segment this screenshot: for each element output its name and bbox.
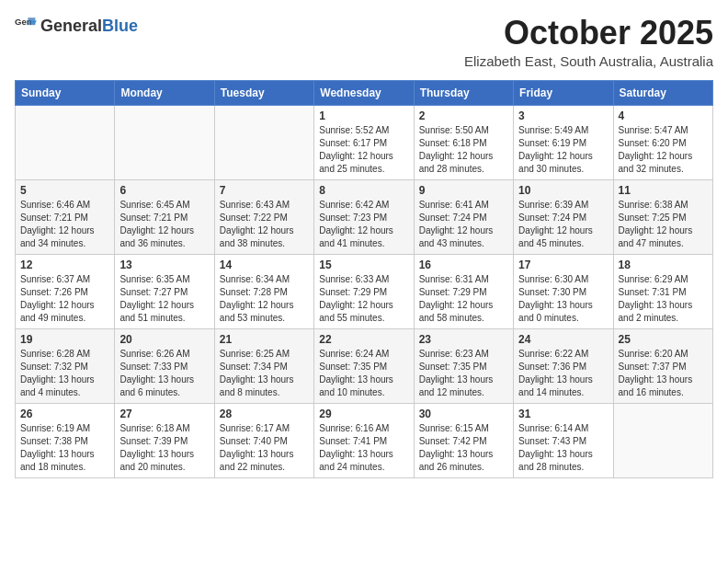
calendar-cell: 24Sunrise: 6:22 AM Sunset: 7:36 PM Dayli… xyxy=(514,328,613,403)
day-number: 18 xyxy=(619,259,708,271)
cell-details: Sunrise: 6:30 AM Sunset: 7:30 PM Dayligh… xyxy=(518,273,608,325)
calendar-cell: 10Sunrise: 6:39 AM Sunset: 7:24 PM Dayli… xyxy=(514,179,613,254)
cell-details: Sunrise: 6:22 AM Sunset: 7:36 PM Dayligh… xyxy=(518,348,608,399)
day-number: 29 xyxy=(319,408,408,420)
cell-details: Sunrise: 6:20 AM Sunset: 7:37 PM Dayligh… xyxy=(619,348,708,399)
day-number: 28 xyxy=(220,408,309,420)
day-number: 1 xyxy=(319,109,408,122)
cell-details: Sunrise: 6:33 AM Sunset: 7:29 PM Dayligh… xyxy=(319,273,408,325)
day-number: 9 xyxy=(419,184,508,197)
day-number: 12 xyxy=(20,259,109,271)
logo-text-blue: Blue xyxy=(102,17,138,35)
cell-details: Sunrise: 6:17 AM Sunset: 7:40 PM Dayligh… xyxy=(220,422,309,474)
calendar-week-row: 26Sunrise: 6:19 AM Sunset: 7:38 PM Dayli… xyxy=(16,403,713,477)
day-number: 19 xyxy=(20,333,109,346)
day-header-saturday: Saturday xyxy=(613,80,712,105)
calendar-cell: 16Sunrise: 6:31 AM Sunset: 7:29 PM Dayli… xyxy=(414,254,513,328)
location-title: Elizabeth East, South Australia, Austral… xyxy=(464,53,713,69)
calendar-header-row: SundayMondayTuesdayWednesdayThursdayFrid… xyxy=(16,80,713,105)
day-number: 14 xyxy=(220,259,309,271)
calendar-cell: 12Sunrise: 6:37 AM Sunset: 7:26 PM Dayli… xyxy=(16,254,115,328)
calendar-cell: 18Sunrise: 6:29 AM Sunset: 7:31 PM Dayli… xyxy=(613,254,712,328)
calendar-cell: 27Sunrise: 6:18 AM Sunset: 7:39 PM Dayli… xyxy=(115,403,214,477)
calendar-cell: 30Sunrise: 6:15 AM Sunset: 7:42 PM Dayli… xyxy=(414,403,513,477)
day-number: 4 xyxy=(619,109,708,122)
day-number: 5 xyxy=(20,184,109,197)
day-number: 11 xyxy=(619,184,708,197)
calendar-cell xyxy=(613,403,712,477)
logo: Gen GeneralBlue xyxy=(15,15,138,37)
cell-details: Sunrise: 6:39 AM Sunset: 7:24 PM Dayligh… xyxy=(518,199,608,250)
cell-details: Sunrise: 6:14 AM Sunset: 7:43 PM Dayligh… xyxy=(518,422,608,474)
cell-details: Sunrise: 6:26 AM Sunset: 7:33 PM Dayligh… xyxy=(119,348,209,399)
day-number: 27 xyxy=(119,408,209,420)
calendar-week-row: 19Sunrise: 6:28 AM Sunset: 7:32 PM Dayli… xyxy=(16,328,713,403)
day-number: 20 xyxy=(119,333,209,346)
month-title: October 2025 xyxy=(464,15,713,52)
calendar-cell: 5Sunrise: 6:46 AM Sunset: 7:21 PM Daylig… xyxy=(16,179,115,254)
calendar-cell xyxy=(115,105,214,179)
calendar-week-row: 1Sunrise: 5:52 AM Sunset: 6:17 PM Daylig… xyxy=(16,105,713,179)
calendar-cell: 8Sunrise: 6:42 AM Sunset: 7:23 PM Daylig… xyxy=(314,179,414,254)
calendar-cell: 9Sunrise: 6:41 AM Sunset: 7:24 PM Daylig… xyxy=(414,179,513,254)
day-number: 26 xyxy=(20,408,109,420)
calendar-cell: 4Sunrise: 5:47 AM Sunset: 6:20 PM Daylig… xyxy=(613,105,712,179)
calendar-table: SundayMondayTuesdayWednesdayThursdayFrid… xyxy=(15,80,713,478)
calendar-cell: 13Sunrise: 6:35 AM Sunset: 7:27 PM Dayli… xyxy=(115,254,214,328)
cell-details: Sunrise: 6:23 AM Sunset: 7:35 PM Dayligh… xyxy=(419,348,508,399)
day-number: 16 xyxy=(419,259,508,271)
logo-text-general: General xyxy=(40,17,102,35)
calendar-cell: 2Sunrise: 5:50 AM Sunset: 6:18 PM Daylig… xyxy=(414,105,513,179)
calendar-cell: 25Sunrise: 6:20 AM Sunset: 7:37 PM Dayli… xyxy=(613,328,712,403)
cell-details: Sunrise: 5:52 AM Sunset: 6:17 PM Dayligh… xyxy=(319,124,408,176)
cell-details: Sunrise: 6:19 AM Sunset: 7:38 PM Dayligh… xyxy=(20,422,109,474)
cell-details: Sunrise: 5:49 AM Sunset: 6:19 PM Dayligh… xyxy=(518,124,608,176)
logo-icon: Gen xyxy=(15,15,37,37)
day-number: 8 xyxy=(319,184,408,197)
cell-details: Sunrise: 6:38 AM Sunset: 7:25 PM Dayligh… xyxy=(619,199,708,250)
cell-details: Sunrise: 6:31 AM Sunset: 7:29 PM Dayligh… xyxy=(419,273,508,325)
day-number: 22 xyxy=(319,333,408,346)
cell-details: Sunrise: 6:25 AM Sunset: 7:34 PM Dayligh… xyxy=(220,348,309,399)
cell-details: Sunrise: 6:34 AM Sunset: 7:28 PM Dayligh… xyxy=(220,273,309,325)
page-header: Gen GeneralBlue October 2025 Elizabeth E… xyxy=(15,15,713,69)
cell-details: Sunrise: 6:43 AM Sunset: 7:22 PM Dayligh… xyxy=(220,199,309,250)
cell-details: Sunrise: 6:37 AM Sunset: 7:26 PM Dayligh… xyxy=(20,273,109,325)
calendar-week-row: 5Sunrise: 6:46 AM Sunset: 7:21 PM Daylig… xyxy=(16,179,713,254)
day-number: 15 xyxy=(319,259,408,271)
calendar-cell: 22Sunrise: 6:24 AM Sunset: 7:35 PM Dayli… xyxy=(314,328,414,403)
day-header-friday: Friday xyxy=(514,80,613,105)
calendar-cell xyxy=(214,105,313,179)
calendar-cell: 21Sunrise: 6:25 AM Sunset: 7:34 PM Dayli… xyxy=(214,328,313,403)
day-header-monday: Monday xyxy=(115,80,214,105)
calendar-cell: 11Sunrise: 6:38 AM Sunset: 7:25 PM Dayli… xyxy=(613,179,712,254)
day-number: 21 xyxy=(220,333,309,346)
day-number: 13 xyxy=(119,259,209,271)
calendar-cell: 20Sunrise: 6:26 AM Sunset: 7:33 PM Dayli… xyxy=(115,328,214,403)
calendar-cell: 3Sunrise: 5:49 AM Sunset: 6:19 PM Daylig… xyxy=(514,105,613,179)
day-header-sunday: Sunday xyxy=(16,80,115,105)
cell-details: Sunrise: 6:18 AM Sunset: 7:39 PM Dayligh… xyxy=(119,422,209,474)
calendar-cell: 28Sunrise: 6:17 AM Sunset: 7:40 PM Dayli… xyxy=(214,403,313,477)
day-number: 24 xyxy=(518,333,608,346)
cell-details: Sunrise: 6:42 AM Sunset: 7:23 PM Dayligh… xyxy=(319,199,408,250)
cell-details: Sunrise: 6:46 AM Sunset: 7:21 PM Dayligh… xyxy=(20,199,109,250)
day-number: 25 xyxy=(619,333,708,346)
calendar-cell: 17Sunrise: 6:30 AM Sunset: 7:30 PM Dayli… xyxy=(514,254,613,328)
day-number: 30 xyxy=(419,408,508,420)
day-number: 10 xyxy=(518,184,608,197)
calendar-cell xyxy=(16,105,115,179)
calendar-cell: 29Sunrise: 6:16 AM Sunset: 7:41 PM Dayli… xyxy=(314,403,414,477)
day-number: 6 xyxy=(119,184,209,197)
day-number: 3 xyxy=(518,109,608,122)
cell-details: Sunrise: 6:16 AM Sunset: 7:41 PM Dayligh… xyxy=(319,422,408,474)
day-number: 7 xyxy=(220,184,309,197)
day-number: 2 xyxy=(419,109,508,122)
calendar-cell: 19Sunrise: 6:28 AM Sunset: 7:32 PM Dayli… xyxy=(16,328,115,403)
title-section: October 2025 Elizabeth East, South Austr… xyxy=(464,15,713,69)
calendar-cell: 6Sunrise: 6:45 AM Sunset: 7:21 PM Daylig… xyxy=(115,179,214,254)
cell-details: Sunrise: 6:24 AM Sunset: 7:35 PM Dayligh… xyxy=(319,348,408,399)
calendar-cell: 26Sunrise: 6:19 AM Sunset: 7:38 PM Dayli… xyxy=(16,403,115,477)
day-header-tuesday: Tuesday xyxy=(214,80,313,105)
day-header-thursday: Thursday xyxy=(414,80,513,105)
